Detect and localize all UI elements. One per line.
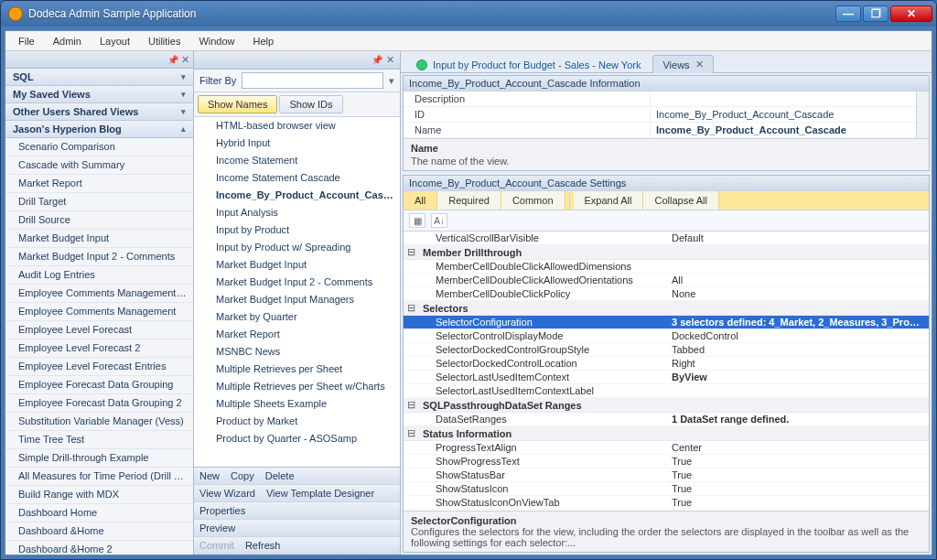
pin-icon[interactable]: 📌 (167, 55, 178, 65)
nav-item[interactable]: Employee Comments Management (E... (5, 285, 193, 303)
nav-item[interactable]: Audit Log Entries (5, 266, 193, 285)
tab-input-by-product[interactable]: Input by Product for Budget - Sales - Ne… (406, 56, 651, 73)
collapse-icon[interactable]: ⊟ (404, 426, 419, 441)
list-item[interactable]: Input by Product w/ Spreading (194, 239, 400, 256)
list-item[interactable]: Market Report (194, 326, 400, 343)
nav-item[interactable]: Employee Comments Management (5, 303, 193, 321)
prop-value[interactable]: Income_By_Product_Account_Cascade (651, 123, 916, 138)
close-icon[interactable]: ✕ (695, 59, 704, 70)
property-label[interactable]: SelectorLastUsedItemContextLabel (419, 384, 666, 398)
property-value[interactable]: True (666, 496, 929, 510)
nav-item[interactable]: Drill Target (5, 193, 193, 211)
nav-item[interactable]: Time Tree Test (5, 431, 193, 449)
property-label[interactable]: DataSetRanges (419, 413, 666, 426)
show-names-button[interactable]: Show Names (198, 95, 277, 113)
nav-item[interactable]: Build Range with MDX (5, 486, 193, 504)
property-label[interactable]: SelectorDockedControlLocation (419, 357, 666, 371)
views-list[interactable]: HTML-based browser viewHybrid InputIncom… (194, 117, 400, 467)
list-item[interactable]: Income Statement (194, 152, 400, 169)
list-item[interactable]: Hybrid Input (194, 135, 400, 152)
category-label[interactable]: Member Drillthrough (419, 245, 929, 260)
view-wizard-button[interactable]: View Wizard (199, 488, 255, 499)
category-label[interactable]: SQLPassthroughDataSet Ranges (419, 398, 929, 413)
minimize-button[interactable]: — (835, 5, 861, 22)
property-label[interactable]: MemberCellDoubleClickPolicy (419, 287, 666, 301)
property-value[interactable]: Center (666, 441, 929, 455)
nav-item[interactable]: Drill Source (5, 211, 193, 230)
list-item[interactable]: Product by Market (194, 413, 400, 430)
list-item[interactable]: Market by Quarter (194, 308, 400, 326)
show-ids-button[interactable]: Show IDs (279, 95, 342, 113)
property-value[interactable]: True (666, 468, 929, 482)
property-label[interactable]: ShowProgressText (419, 455, 666, 468)
property-label[interactable]: SelectorControlDisplayMode (419, 329, 666, 343)
property-value[interactable]: 3 selectors defined: 4_Market, 2_Measure… (666, 316, 929, 329)
category-label[interactable]: Status Information (419, 426, 929, 441)
collapse-icon[interactable]: ⊟ (404, 301, 419, 316)
close-icon[interactable]: ✕ (181, 54, 189, 66)
property-label[interactable]: MemberCellDoubleClickAllowedDimensions (419, 260, 666, 274)
property-value[interactable]: Right (666, 357, 929, 371)
nav-item[interactable]: Cascade with Summary (5, 156, 193, 175)
menu-layout[interactable]: Layout (92, 34, 137, 48)
nav-item[interactable]: Employee Forecast Data Grouping 2 (5, 394, 193, 413)
list-item[interactable]: Income_By_Product_Account_Casc... (194, 187, 400, 204)
prop-value[interactable]: Income_By_Product_Account_Cascade (651, 107, 916, 123)
property-value[interactable]: None (666, 287, 929, 301)
nav-item[interactable]: Dashboard &Home (5, 522, 193, 541)
list-item[interactable]: Input by Product (194, 221, 400, 239)
list-item[interactable]: HTML-based browser view (194, 117, 400, 135)
nav-item[interactable]: Scenario Comparison (5, 138, 193, 156)
property-label[interactable]: SelectorConfiguration (419, 316, 666, 329)
prop-value[interactable] (651, 92, 916, 107)
list-item[interactable]: Multiple Retrieves per Sheet (194, 361, 400, 378)
menu-admin[interactable]: Admin (46, 34, 89, 48)
property-label[interactable]: VerticalScrollBarVisible (419, 232, 666, 245)
close-icon[interactable]: ✕ (386, 54, 394, 66)
nav-item[interactable]: Employee Level Forecast (5, 321, 193, 339)
nav-item[interactable]: Dashboard Home (5, 504, 193, 522)
dropdown-icon[interactable]: ▾ (389, 75, 394, 87)
close-button[interactable]: ✕ (890, 5, 932, 22)
navigation-tree[interactable]: Scenario ComparisonCascade with SummaryM… (5, 138, 193, 555)
property-label[interactable]: ProgressTextAlign (419, 441, 666, 455)
nav-item[interactable]: Simple Drill-through Example (5, 449, 193, 468)
maximize-button[interactable]: ❐ (863, 5, 889, 22)
copy-button[interactable]: Copy (231, 470, 254, 481)
property-value[interactable] (666, 260, 929, 274)
property-label[interactable]: ShowStatusIconOnViewTab (419, 496, 666, 510)
collapse-icon[interactable]: ⊟ (404, 398, 419, 413)
refresh-button[interactable]: Refresh (245, 540, 281, 551)
new-button[interactable]: New (199, 470, 220, 481)
filter-required-button[interactable]: Required (437, 191, 501, 210)
list-item[interactable]: Income Statement Cascade (194, 169, 400, 187)
titlebar[interactable]: Dodeca Admin Sample Application — ❐ ✕ (1, 1, 936, 27)
list-item[interactable]: Market Budget Input 2 - Comments (194, 274, 400, 291)
property-label[interactable]: ShowStatusBar (419, 468, 666, 482)
properties-button[interactable]: Properties (199, 505, 245, 516)
nav-item[interactable]: Dashboard &Home 2 (5, 541, 193, 555)
nav-item[interactable]: Employee Forecast Data Grouping (5, 376, 193, 394)
property-value[interactable]: 1 DataSet range defined. (666, 413, 929, 426)
list-item[interactable]: Input Analysis (194, 204, 400, 221)
property-value[interactable] (666, 384, 929, 398)
property-value[interactable]: DockedControl (666, 329, 929, 343)
section-sql[interactable]: SQL ▾ (5, 69, 193, 86)
filter-common-button[interactable]: Common (501, 191, 565, 210)
collapse-icon[interactable]: ⊟ (404, 245, 419, 260)
property-value[interactable]: Default (666, 232, 929, 245)
property-value[interactable]: Tabbed (666, 343, 929, 357)
menu-window[interactable]: Window (191, 34, 242, 48)
list-item[interactable]: Product by Quarter - ASOSamp (194, 430, 400, 447)
list-item[interactable]: Multiple Retrieves per Sheet w/Charts (194, 378, 400, 395)
list-item[interactable]: Market Budget Input (194, 256, 400, 274)
filter-all-button[interactable]: All (404, 191, 437, 210)
filter-input[interactable] (242, 72, 383, 89)
property-label[interactable]: SelectorDockedControlGroupStyle (419, 343, 666, 357)
menu-help[interactable]: Help (246, 34, 282, 48)
menu-utilities[interactable]: Utilities (141, 34, 188, 48)
property-value[interactable]: True (666, 482, 929, 496)
expand-all-button[interactable]: Expand All (574, 191, 644, 210)
section-saved-views[interactable]: My Saved Views ▾ (5, 86, 193, 103)
property-label[interactable]: MemberCellDoubleClickAllowedOrientations (419, 274, 666, 287)
